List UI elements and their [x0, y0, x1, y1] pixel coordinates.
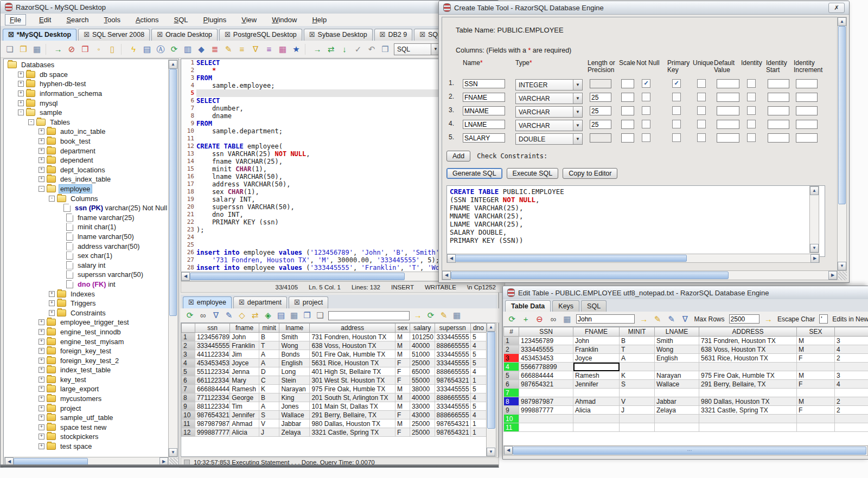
cell[interactable]: 987654321	[435, 376, 470, 385]
cell[interactable]	[519, 423, 573, 432]
create-window-hscrollbar[interactable]: ◀ ▶	[442, 270, 838, 280]
menu-search[interactable]: Search	[64, 15, 91, 25]
tree-item-salary-int[interactable]: salary int	[4, 260, 169, 270]
chevron-down-icon[interactable]: ▼	[573, 80, 582, 90]
cell[interactable]: Jabbar	[655, 397, 699, 406]
column-type-select[interactable]: VARCHAR▼	[515, 93, 583, 104]
import-rows-icon[interactable]: ≣	[210, 44, 220, 54]
table-row[interactable]: 10987654321JenniferSWallace291 Berry, Be…	[182, 411, 487, 419]
insert-generator-icon[interactable]: ▦	[289, 311, 299, 320]
scroll-down-icon[interactable]: ▼	[169, 448, 177, 457]
cell[interactable]: 38000	[410, 385, 435, 393]
cell[interactable]: 5631 Rice, Houston TX	[699, 354, 797, 363]
tree-item-dependent[interactable]: +dependent	[4, 156, 169, 165]
cell[interactable]: 1	[470, 376, 486, 385]
table-row[interactable]: 6987654321JenniferSWallace291 Berry, Bel…	[504, 380, 868, 389]
cell[interactable]: 987987987	[195, 419, 229, 428]
cell[interactable]: 25000	[410, 419, 435, 428]
expand-icon[interactable]: +	[39, 358, 44, 364]
tree-item-auto_inc_table[interactable]: +auto_inc_table	[4, 127, 169, 137]
expand-icon[interactable]: +	[39, 396, 44, 402]
cell[interactable]: 999887777	[195, 428, 229, 437]
scroll-up-icon[interactable]: ▲	[169, 60, 177, 69]
cell[interactable]: 888665555	[435, 393, 470, 402]
cell[interactable]: M	[395, 341, 410, 350]
cell[interactable]: Wallace	[655, 380, 699, 389]
expand-icon[interactable]: +	[18, 72, 24, 77]
cell[interactable]: 888665555	[435, 341, 470, 350]
cell[interactable]: Joyce	[230, 359, 259, 367]
scroll-up-icon[interactable]: ▲	[487, 323, 495, 332]
cell[interactable]: 2	[835, 354, 868, 363]
not-null-checkbox[interactable]	[642, 133, 650, 142]
cell[interactable]: F	[395, 411, 410, 419]
tree-item-sex-char-1-[interactable]: sex char(1)	[4, 251, 169, 261]
scroll-down-icon[interactable]: ▼	[810, 244, 819, 253]
highlight-icon[interactable]: ✎	[653, 314, 662, 324]
chevron-down-icon[interactable]: ▼	[573, 134, 582, 144]
result-tab-project[interactable]: ☒project	[289, 296, 328, 308]
row-number-green[interactable]: 10	[504, 415, 519, 423]
table-copy-icon[interactable]: ▦	[278, 44, 288, 54]
scale-input[interactable]	[621, 106, 634, 115]
default-value-input[interactable]	[717, 79, 739, 88]
edit-window-titlebar[interactable]: Edit Table - PUBLIC.EMPLOYEE utf8_notepa…	[503, 286, 868, 300]
length-precision-input[interactable]	[590, 106, 611, 115]
connection-tab-db2-9[interactable]: ☒DB2 9	[374, 29, 413, 41]
cell[interactable]: Jabbar	[279, 419, 310, 428]
database-icon[interactable]: ▯	[107, 44, 117, 54]
new-document-icon[interactable]: ❏	[5, 44, 15, 54]
column-header-minit[interactable]: minit	[259, 324, 279, 333]
primary-key-checkbox[interactable]	[672, 120, 681, 128]
cell[interactable]: A	[259, 359, 279, 367]
cell[interactable]: 333445555	[435, 359, 470, 367]
cell[interactable]: M	[797, 337, 835, 345]
menu-help[interactable]: Help	[310, 15, 329, 25]
table-row[interactable]: 5666884444RameshKNarayan975 Fire Oak, Hu…	[504, 371, 868, 380]
view-row-icon[interactable]: ∞	[198, 311, 208, 320]
unique-checkbox[interactable]	[697, 93, 706, 101]
tab-close-icon[interactable]: ☒	[294, 297, 300, 308]
cell[interactable]: Narayan	[279, 385, 310, 393]
cell[interactable]: 5	[470, 402, 486, 411]
table-row[interactable]: 3453453453JoyceAEnglish5631 Rice, Housto…	[504, 354, 868, 363]
connection-tab-postgresql-desktop[interactable]: ☒PostgreSQL Desktop	[219, 29, 302, 41]
table-row[interactable]: 10	[504, 415, 868, 423]
scroll-thumb[interactable]	[451, 272, 729, 279]
cell[interactable]: Wong	[655, 345, 699, 354]
menu-file[interactable]: File	[5, 14, 26, 25]
cell[interactable]: Narayan	[655, 371, 699, 380]
button-generate-sql[interactable]: Generate SQL	[446, 168, 502, 179]
expand-icon[interactable]: +	[39, 319, 44, 325]
table-row[interactable]: 1123456789JohnBSmith731 Fondren, Houston…	[504, 337, 868, 345]
expand-icon[interactable]: +	[39, 415, 44, 421]
expand-icon[interactable]: +	[39, 443, 44, 449]
cell[interactable]: F	[395, 367, 410, 376]
cell[interactable]: Alicia	[573, 406, 620, 415]
column-type-select[interactable]: VARCHAR▼	[515, 120, 583, 131]
expand-icon[interactable]: +	[39, 424, 44, 430]
cell[interactable]: B	[620, 337, 655, 345]
scroll-thumb[interactable]	[169, 69, 177, 316]
table-row[interactable]: 2333445555FranklinTWong638 Voss, Houston…	[182, 341, 487, 350]
expand-icon[interactable]: +	[18, 81, 24, 87]
collapse-icon[interactable]: -	[18, 109, 24, 115]
not-null-checkbox[interactable]	[642, 120, 650, 128]
execute-all-icon[interactable]: ⇄	[326, 44, 336, 54]
cell[interactable]: 5	[470, 359, 486, 367]
cell[interactable]: Wong	[279, 341, 310, 350]
cell[interactable]: Smith	[655, 337, 699, 345]
cell[interactable]: John	[230, 333, 259, 341]
tree-item-hyphen-db-test[interactable]: +hyphen-db-test	[4, 79, 169, 89]
cell[interactable]: 987654321	[519, 380, 573, 389]
scroll-thumb[interactable]: ⋯	[513, 447, 866, 455]
tree-item-superssn-varchar-50-[interactable]: superssn varchar(50)	[4, 270, 169, 280]
cell[interactable]: B	[259, 333, 279, 341]
cell[interactable]: 4	[835, 345, 868, 354]
row-number[interactable]: 9	[182, 402, 195, 411]
cell[interactable]: K	[259, 385, 279, 393]
menu-plugins[interactable]: Plugins	[201, 15, 229, 25]
cell[interactable]: 333445555	[435, 385, 470, 393]
connection-tab-sybase-desktop[interactable]: ☒Sybase Desktop	[304, 29, 373, 41]
scroll-thumb[interactable]	[455, 255, 687, 262]
